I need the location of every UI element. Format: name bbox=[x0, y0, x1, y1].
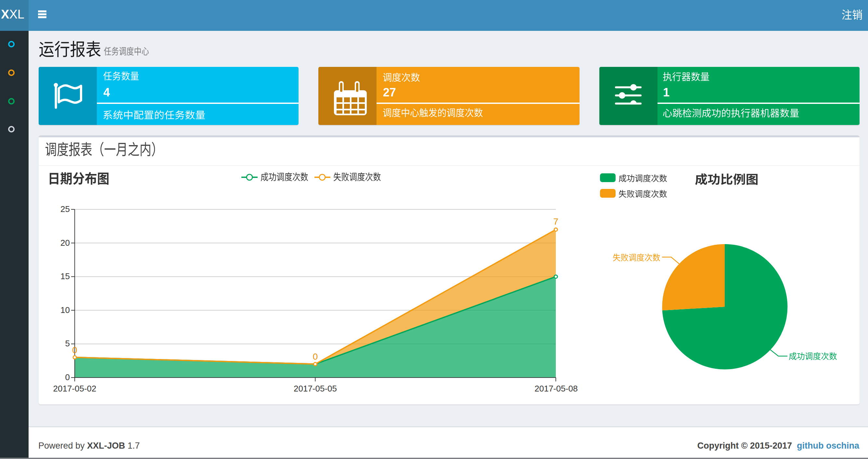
svg-text:2017-05-02: 2017-05-02 bbox=[53, 384, 96, 393]
svg-text:0: 0 bbox=[313, 352, 318, 362]
svg-text:20: 20 bbox=[60, 238, 70, 248]
svg-text:15: 15 bbox=[60, 271, 70, 281]
svg-text:0: 0 bbox=[72, 345, 77, 355]
svg-text:10: 10 bbox=[60, 305, 70, 315]
svg-text:0: 0 bbox=[65, 372, 70, 382]
svg-text:5: 5 bbox=[65, 338, 70, 348]
svg-text:25: 25 bbox=[60, 204, 70, 214]
svg-text:2017-05-08: 2017-05-08 bbox=[535, 384, 578, 393]
svg-text:2017-05-05: 2017-05-05 bbox=[294, 384, 337, 393]
svg-text:7: 7 bbox=[553, 217, 558, 227]
